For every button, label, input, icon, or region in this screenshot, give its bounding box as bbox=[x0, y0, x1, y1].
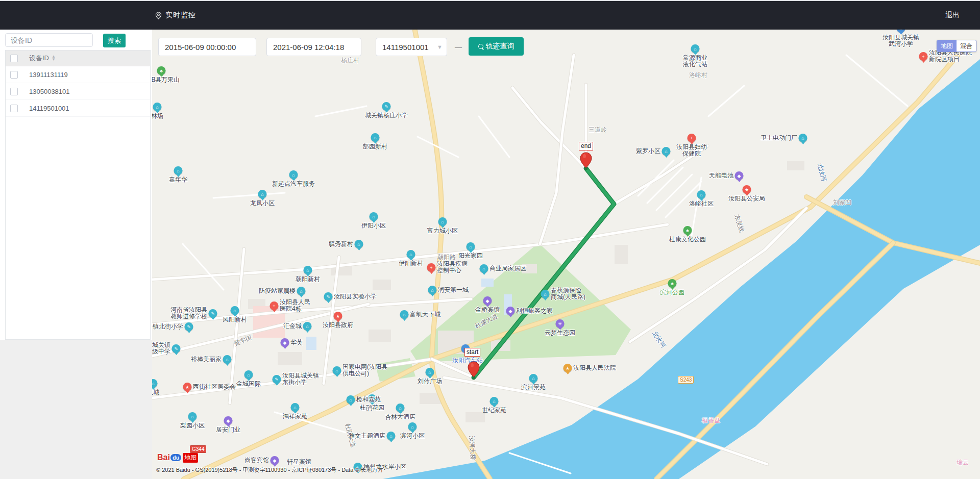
building-icon[interactable]: ⌂ bbox=[467, 242, 475, 251]
school-icon[interactable]: ✎ bbox=[324, 292, 333, 301]
park-icon[interactable]: ♣ bbox=[668, 279, 677, 288]
building-icon[interactable]: ⌂ bbox=[347, 395, 355, 404]
hospital-icon[interactable]: + bbox=[688, 134, 696, 142]
building-icon[interactable]: ⌂ bbox=[231, 306, 239, 315]
building-icon[interactable]: ⌂ bbox=[428, 286, 437, 294]
building-icon[interactable]: ⌂ bbox=[258, 190, 267, 198]
table-row[interactable]: 13050038101 bbox=[6, 83, 150, 100]
track-query-button[interactable]: 轨迹查询 bbox=[469, 37, 524, 56]
building-icon[interactable]: ⌂ bbox=[438, 217, 447, 226]
row-checkbox[interactable] bbox=[10, 71, 18, 79]
start-marker-pin[interactable] bbox=[468, 361, 480, 380]
building-icon[interactable]: ⌂ bbox=[426, 368, 434, 376]
building-icon[interactable]: ⌂ bbox=[371, 133, 380, 142]
school-icon[interactable]: ✎ bbox=[273, 375, 281, 384]
building-icon[interactable]: ⌂ bbox=[289, 170, 298, 179]
building-icon[interactable]: ⌂ bbox=[490, 397, 499, 406]
poi-label: 雅文主题酒店 bbox=[349, 433, 385, 439]
poi-label: 富力城小区 bbox=[427, 228, 458, 234]
select-all-checkbox[interactable] bbox=[10, 55, 18, 62]
table-row[interactable]: 14119501001 bbox=[6, 100, 150, 117]
map-type-map-button[interactable]: 地图 bbox=[937, 40, 957, 52]
poi-label: 滨河公园 bbox=[660, 289, 684, 296]
school-icon[interactable]: ✎ bbox=[185, 322, 193, 331]
school-icon[interactable]: ✎ bbox=[209, 309, 217, 318]
park-icon[interactable]: ♣ bbox=[157, 66, 166, 75]
device-table: 设备ID ▲▼ 13911131119 13050038101 14119501… bbox=[5, 50, 151, 340]
government-icon[interactable]: ★ bbox=[334, 312, 342, 320]
building-icon[interactable]: ⌂ bbox=[355, 240, 363, 248]
building-icon[interactable]: ⌂ bbox=[188, 412, 197, 421]
shop-icon[interactable]: ◆ bbox=[271, 456, 279, 465]
shop-icon[interactable]: ◆ bbox=[735, 171, 744, 180]
building-icon[interactable]: ⌂ bbox=[691, 44, 700, 53]
park-icon[interactable]: ♣ bbox=[683, 226, 692, 235]
map-type-hybrid-button[interactable]: 混合 bbox=[957, 40, 976, 52]
building-icon[interactable]: ⌂ bbox=[396, 404, 405, 412]
hospital-icon[interactable]: + bbox=[270, 301, 279, 310]
row-checkbox[interactable] bbox=[10, 105, 18, 112]
school-icon[interactable]: ✎ bbox=[382, 102, 391, 111]
building-icon[interactable]: ⌂ bbox=[408, 422, 417, 431]
hospital-icon[interactable]: + bbox=[427, 263, 436, 272]
start-time-value: 2015-06-09 00:00:00 bbox=[165, 43, 236, 52]
poi-label: 阳光家园 bbox=[458, 253, 483, 259]
government-icon[interactable]: ★ bbox=[183, 383, 192, 391]
sort-carets-icon[interactable]: ▲▼ bbox=[52, 55, 56, 61]
table-row[interactable]: 13911131119 bbox=[6, 66, 150, 83]
building-icon[interactable]: ⌂ bbox=[407, 250, 415, 259]
government-icon[interactable]: ★ bbox=[564, 364, 572, 372]
range-separator: — bbox=[455, 43, 462, 51]
poi-label: 伊阳新村 bbox=[399, 260, 423, 267]
shop-icon[interactable]: ◆ bbox=[281, 338, 289, 347]
government-icon[interactable]: ★ bbox=[743, 185, 751, 194]
poi-label: 鸿祥家苑 bbox=[283, 413, 307, 420]
device-select-value: 14119501001 bbox=[382, 43, 429, 52]
building-icon[interactable]: ⌂ bbox=[174, 166, 183, 175]
building-block bbox=[278, 352, 302, 365]
poi-label: 国家电网(汝阳县供电公司) bbox=[342, 364, 387, 377]
end-time-value: 2021-06-09 12:04:18 bbox=[273, 43, 344, 52]
device-search-input[interactable] bbox=[5, 33, 93, 47]
building-icon[interactable]: ⌂ bbox=[304, 266, 312, 274]
school-icon[interactable]: ✎ bbox=[172, 344, 181, 353]
poi-label: 滨河小区 bbox=[400, 433, 425, 439]
building-icon[interactable]: ⌂ bbox=[541, 290, 550, 298]
building-block bbox=[481, 279, 494, 287]
building-icon[interactable]: ⌂ bbox=[662, 147, 671, 156]
building-icon[interactable]: ⌂ bbox=[244, 370, 253, 379]
hospital-icon[interactable]: + bbox=[919, 52, 928, 61]
building-icon[interactable]: ⌂ bbox=[387, 432, 396, 440]
shop-icon[interactable]: ◆ bbox=[224, 416, 233, 425]
map-text-label: 轩星宾馆 bbox=[287, 458, 311, 466]
building-icon[interactable]: ⌂ bbox=[153, 103, 162, 111]
logout-button[interactable]: 退出 bbox=[945, 1, 960, 30]
poi-label: 汝阳县实验小学 bbox=[334, 293, 377, 300]
end-marker-pin[interactable] bbox=[580, 152, 592, 170]
device-select[interactable]: 14119501001 ▼ bbox=[376, 38, 447, 56]
building-icon[interactable]: ⌂ bbox=[799, 134, 807, 142]
building-icon[interactable]: ⌂ bbox=[223, 355, 232, 364]
row-checkbox[interactable] bbox=[10, 88, 18, 95]
building-icon[interactable]: ⌂ bbox=[370, 212, 378, 221]
shop-icon[interactable]: ◆ bbox=[506, 307, 515, 315]
building-icon[interactable]: ⌂ bbox=[480, 264, 488, 273]
page-title-wrap: 实时监控 bbox=[155, 1, 196, 30]
building-icon[interactable]: ⌂ bbox=[303, 322, 312, 331]
building-icon[interactable]: ⌂ bbox=[400, 310, 409, 319]
start-time-input[interactable]: 2015-06-09 00:00:00 bbox=[158, 38, 256, 56]
poi-label: 梨园小区 bbox=[180, 422, 205, 429]
building-icon[interactable]: ⌂ bbox=[529, 374, 538, 383]
device-table-header: 设备ID ▲▼ bbox=[6, 51, 150, 66]
building-icon[interactable]: ✳ bbox=[556, 319, 565, 328]
building-icon[interactable]: ⌂ bbox=[291, 403, 300, 412]
building-icon[interactable]: ⌂ bbox=[697, 190, 706, 199]
shop-icon[interactable]: ◆ bbox=[483, 296, 492, 305]
building-icon[interactable]: ⌂ bbox=[297, 287, 306, 295]
poi-label: 汝阳县疾病控制中心 bbox=[437, 261, 468, 274]
building-block bbox=[465, 412, 485, 422]
end-time-input[interactable]: 2021-06-09 12:04:18 bbox=[266, 38, 361, 56]
baidu-map[interactable]: ♣汝阳县万果山⌂林场✎城关镇杨庄小学⌂郜园新村⌂嘉年华⌂新起点汽车服务⌂龙凤小区… bbox=[152, 30, 980, 479]
search-button[interactable]: 搜索 bbox=[103, 34, 126, 47]
building-icon[interactable]: ⌂ bbox=[333, 366, 341, 375]
